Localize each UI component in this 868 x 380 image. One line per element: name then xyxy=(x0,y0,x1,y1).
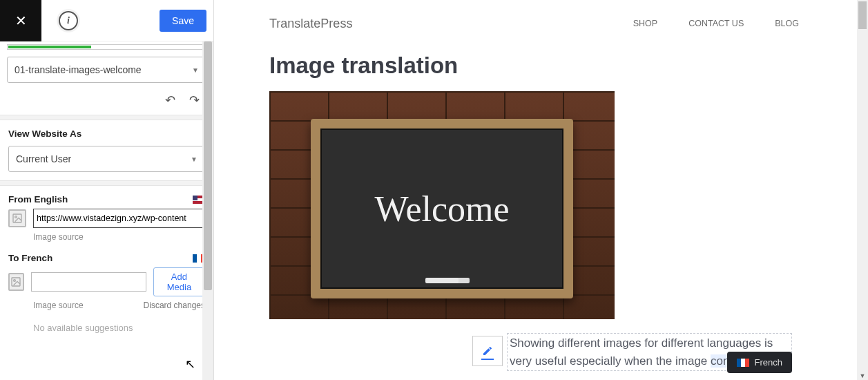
next-string-button[interactable]: ↷ xyxy=(189,93,200,108)
svg-rect-0 xyxy=(13,214,21,222)
brand-text: TranslatePress xyxy=(269,17,352,31)
language-switcher-label: French xyxy=(755,357,782,368)
hero-image[interactable]: Welcome xyxy=(269,91,615,319)
sidebar-scrollbar[interactable] xyxy=(202,41,213,380)
add-media-button[interactable]: Add Media xyxy=(153,267,205,296)
nav-link[interactable]: CONTACT US xyxy=(688,19,744,28)
translated-hint: Image source xyxy=(33,301,84,310)
string-selector-value: 01-translate-images-welcome xyxy=(15,64,142,75)
view-as-value: Current User xyxy=(16,153,71,164)
chalk-icon xyxy=(425,278,459,283)
source-image-url-input[interactable] xyxy=(33,209,205,228)
nav-link[interactable]: SHOP xyxy=(633,19,657,28)
chevron-down-icon: ▼ xyxy=(191,155,197,163)
hero-text: Welcome xyxy=(374,189,509,229)
no-suggestions-text: No available suggestions xyxy=(33,323,205,333)
view-as-selector[interactable]: Current User ▼ xyxy=(8,146,205,172)
source-hint: Image source xyxy=(33,232,205,242)
string-navigation: ↶ ↷ xyxy=(0,83,213,115)
close-button[interactable]: ✕ xyxy=(0,0,41,41)
preview-pane: TranslatePress SHOP CONTACT US BLOG Imag… xyxy=(214,0,868,380)
edit-pencil-button[interactable] xyxy=(472,336,503,366)
prev-string-button[interactable]: ↶ xyxy=(165,93,175,108)
translation-sidebar: ✕ i Save 01-translate-images-welcome ▼ ↶… xyxy=(0,0,214,380)
translated-image-url-input[interactable] xyxy=(31,272,146,292)
from-label: From English xyxy=(8,194,68,205)
preview-scrollbar[interactable]: ▲ ▼ xyxy=(857,0,868,380)
scroll-down-icon: ▼ xyxy=(857,372,868,379)
language-switcher[interactable]: French xyxy=(727,352,792,373)
svg-point-1 xyxy=(15,216,17,218)
string-selector[interactable]: 01-translate-images-welcome ▼ xyxy=(7,57,206,83)
discard-changes-button[interactable]: Discard changes xyxy=(144,301,205,310)
svg-point-3 xyxy=(14,280,16,282)
image-thumbnail-icon xyxy=(8,209,26,227)
view-as-block: View Website As Current User ▼ xyxy=(0,120,213,180)
image-thumbnail-icon xyxy=(8,273,24,291)
svg-rect-2 xyxy=(12,278,20,286)
page-title: Image translation xyxy=(269,53,799,79)
save-button[interactable]: Save xyxy=(160,10,206,32)
to-language-block: To French Add Media Image source Discard… xyxy=(0,250,213,341)
sidebar-toolbar: ✕ i Save xyxy=(0,0,213,41)
to-label: To French xyxy=(8,253,52,263)
view-as-label: View Website As xyxy=(8,129,205,139)
site-header: TranslatePress SHOP CONTACT US BLOG xyxy=(269,0,799,47)
translation-progress xyxy=(7,44,206,50)
info-icon[interactable]: i xyxy=(59,11,78,30)
site-nav: SHOP CONTACT US BLOG xyxy=(633,19,799,28)
from-language-block: From English Image source xyxy=(0,186,213,250)
nav-link[interactable]: BLOG xyxy=(775,19,799,28)
flag-fr-icon xyxy=(737,359,749,367)
chevron-down-icon: ▼ xyxy=(192,66,199,74)
